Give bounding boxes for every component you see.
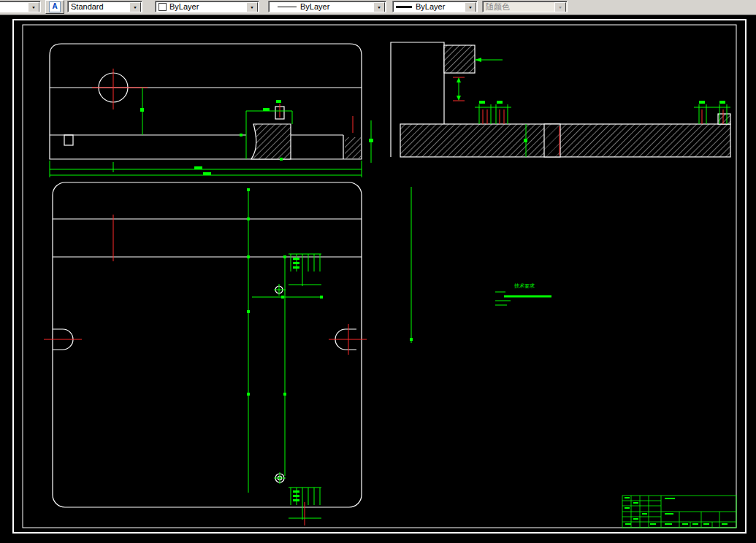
color-swatch	[159, 3, 167, 11]
lineweight-preview-icon	[396, 6, 412, 8]
view-section-outline	[391, 42, 730, 157]
view-front-dimensions	[50, 88, 373, 177]
text-style-combo[interactable]: Standard ▼	[67, 1, 142, 12]
plotstyle-value: 随颜色	[486, 1, 510, 12]
chevron-down-icon[interactable]: ▼	[28, 2, 39, 12]
tech-requirements-title: 技术要求	[513, 283, 535, 289]
view-plan-dimensions	[247, 187, 413, 520]
text-style-value: Standard	[71, 2, 104, 11]
linetype-value: ByLayer	[300, 2, 329, 11]
linetype-preview-icon	[278, 7, 297, 7]
view-front-outline	[50, 44, 362, 159]
linetype-combo[interactable]: ByLayer ▼	[268, 1, 386, 12]
chevron-down-icon[interactable]: ▼	[465, 2, 476, 12]
chevron-down-icon[interactable]: ▼	[246, 2, 258, 12]
chevron-down-icon[interactable]: ▼	[373, 2, 385, 12]
chevron-down-icon: ▼	[554, 2, 566, 12]
view-plan-centerlines	[44, 215, 367, 525]
drawing-canvas[interactable]: 技术要求	[0, 15, 756, 543]
title-block	[622, 496, 736, 528]
text-style-icon: A	[49, 1, 61, 12]
color-combo[interactable]: ByLayer ▼	[155, 1, 259, 12]
text-style-button[interactable]: A	[45, 0, 64, 14]
model-space-canvas[interactable]: 技术要求	[0, 15, 756, 543]
tech-requirements-note: 技术要求	[495, 283, 551, 305]
color-value: ByLayer	[169, 2, 199, 11]
sheet-frame	[13, 20, 746, 533]
properties-toolbar: ▼ A Standard ▼ ByLayer ▼ ByLayer ▼ ByLay…	[0, 0, 756, 15]
view-front-centerlines	[92, 69, 353, 133]
lineweight-combo[interactable]: ByLayer ▼	[392, 1, 478, 12]
chevron-down-icon[interactable]: ▼	[129, 2, 141, 12]
lineweight-value: ByLayer	[416, 2, 445, 11]
partial-combo[interactable]: ▼	[0, 1, 41, 12]
view-plan-outline	[53, 182, 362, 507]
tech-requirements-lines	[495, 292, 551, 305]
plotstyle-combo: 随颜色 ▼	[482, 1, 568, 12]
